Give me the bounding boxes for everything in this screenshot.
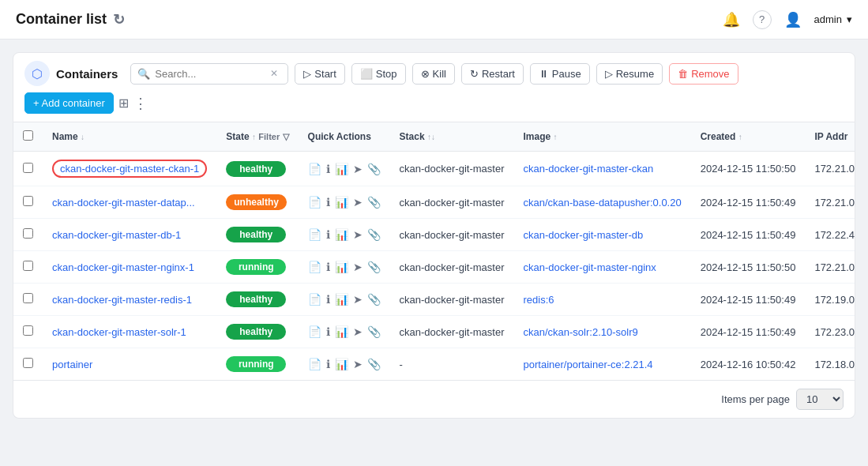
user-menu[interactable]: admin ▾ [814, 13, 852, 25]
items-per-page-select[interactable]: 10 25 50 100 [796, 389, 844, 410]
row-checkbox[interactable] [23, 293, 33, 303]
start-button[interactable]: ▷ Start [295, 63, 344, 85]
inspect-icon[interactable]: ℹ [326, 325, 330, 338]
logs-icon[interactable]: 📄 [308, 358, 321, 370]
help-icon[interactable]: ? [753, 10, 772, 29]
row-checkbox-cell[interactable] [13, 251, 43, 284]
inspect-icon[interactable]: ℹ [326, 293, 330, 306]
filter-icon[interactable]: ▽ [283, 132, 289, 141]
restart-button[interactable]: ↻ Restart [461, 63, 524, 85]
stats-icon[interactable]: 📊 [335, 358, 348, 370]
inspect-icon[interactable]: ℹ [326, 261, 330, 273]
attach-icon[interactable]: 📎 [367, 293, 381, 306]
bell-icon[interactable]: 🔔 [723, 11, 740, 28]
state-column-header[interactable]: State ↑ Filter ▽ [216, 122, 298, 152]
brand-icon: ⬡ [24, 61, 50, 86]
user-icon[interactable]: 👤 [784, 11, 802, 28]
stats-icon[interactable]: 📊 [335, 293, 348, 306]
image-link[interactable]: ckan/ckan-solr:2.10-solr9 [524, 326, 638, 338]
stack-cell: ckan-docker-git-master [390, 152, 514, 186]
stop-button[interactable]: ⬜ Stop [351, 63, 406, 85]
image-link[interactable]: portainer/portainer-ce:2.21.4 [524, 359, 653, 370]
logs-icon[interactable]: 📄 [308, 228, 321, 241]
attach-icon[interactable]: 📎 [367, 325, 381, 338]
stack-column-header[interactable]: Stack ↑↓ [390, 122, 514, 152]
name-column-header[interactable]: Name ↓ [43, 122, 216, 152]
select-all-checkbox[interactable] [23, 130, 33, 141]
add-container-button[interactable]: + Add container [24, 92, 114, 114]
stats-icon[interactable]: 📊 [335, 325, 348, 338]
inspect-icon[interactable]: ℹ [326, 163, 330, 175]
kill-button[interactable]: ⊗ Kill [412, 63, 455, 85]
container-link[interactable]: ckan-docker-git-master-ckan-1 [52, 160, 207, 178]
row-checkbox-cell[interactable] [13, 284, 43, 316]
console-icon[interactable]: ➤ [353, 196, 363, 209]
console-icon[interactable]: ➤ [353, 261, 363, 273]
image-cell: ckan/ckan-base-datapusher:0.0.20 [514, 186, 691, 219]
row-checkbox-cell[interactable] [13, 316, 43, 348]
logs-icon[interactable]: 📄 [308, 325, 321, 338]
inspect-icon[interactable]: ℹ [326, 358, 330, 370]
logs-icon[interactable]: 📄 [308, 293, 321, 306]
image-link[interactable]: ckan-docker-git-master-ckan [524, 163, 654, 175]
container-link[interactable]: ckan-docker-git-master-db-1 [52, 229, 181, 241]
stats-icon[interactable]: 📊 [335, 261, 348, 273]
image-link[interactable]: redis:6 [524, 294, 554, 306]
stats-icon[interactable]: 📊 [335, 228, 348, 241]
created-column-header[interactable]: Created ↑ [691, 122, 806, 152]
row-checkbox-cell[interactable] [13, 348, 43, 381]
logs-icon[interactable]: 📄 [308, 163, 321, 175]
row-checkbox[interactable] [23, 196, 33, 206]
pause-button[interactable]: ⏸ Pause [530, 63, 590, 85]
row-checkbox[interactable] [23, 261, 33, 271]
row-checkbox[interactable] [23, 325, 33, 336]
inspect-icon[interactable]: ℹ [326, 196, 330, 209]
logs-icon[interactable]: 📄 [308, 196, 321, 209]
container-link[interactable]: ckan-docker-git-master-nginx-1 [52, 261, 194, 273]
search-box[interactable]: 🔍 ✕ [130, 63, 288, 85]
grid-view-icon[interactable]: ⊞ [118, 96, 129, 111]
console-icon[interactable]: ➤ [353, 358, 363, 370]
row-checkbox[interactable] [23, 358, 33, 368]
row-checkbox-cell[interactable] [13, 186, 43, 219]
inspect-icon[interactable]: ℹ [326, 228, 330, 241]
state-badge: healthy [226, 324, 286, 340]
image-link[interactable]: ckan/ckan-base-datapusher:0.0.20 [524, 197, 682, 209]
container-link[interactable]: ckan-docker-git-master-solr-1 [52, 326, 186, 338]
image-link[interactable]: ckan-docker-git-master-nginx [524, 261, 656, 273]
ip-cell: 172.21.0. [805, 186, 855, 219]
container-link[interactable]: ckan-docker-git-master-datap... [52, 197, 195, 209]
attach-icon[interactable]: 📎 [367, 228, 381, 241]
remove-button[interactable]: 🗑 Remove [669, 63, 738, 85]
row-checkbox[interactable] [23, 228, 33, 239]
attach-icon[interactable]: 📎 [367, 163, 381, 175]
stats-icon[interactable]: 📊 [335, 163, 348, 175]
quick-actions-group: 📄 ℹ 📊 ➤ 📎 [308, 293, 381, 306]
console-icon[interactable]: ➤ [353, 325, 363, 338]
attach-icon[interactable]: 📎 [367, 358, 381, 370]
stats-icon[interactable]: 📊 [335, 196, 348, 209]
clear-icon[interactable]: ✕ [270, 68, 278, 79]
console-icon[interactable]: ➤ [353, 228, 363, 241]
refresh-icon[interactable]: ↻ [113, 11, 125, 28]
console-icon[interactable]: ➤ [353, 163, 363, 175]
stack-cell: ckan-docker-git-master [390, 186, 514, 219]
pause-icon: ⏸ [539, 68, 549, 80]
search-input[interactable] [155, 68, 265, 80]
row-checkbox-cell[interactable] [13, 219, 43, 251]
container-link[interactable]: ckan-docker-git-master-redis-1 [52, 294, 192, 306]
row-checkbox[interactable] [23, 163, 33, 173]
resume-button[interactable]: ▷ Resume [596, 63, 663, 85]
image-column-header[interactable]: Image ↑ [514, 122, 691, 152]
container-link[interactable]: portainer [52, 359, 92, 370]
row-checkbox-cell[interactable] [13, 152, 43, 186]
image-link[interactable]: ckan-docker-git-master-db [524, 229, 644, 241]
more-options-icon[interactable]: ⋮ [133, 95, 148, 112]
state-cell: unhealthy [216, 186, 298, 219]
console-icon[interactable]: ➤ [353, 293, 363, 306]
stack-cell: ckan-docker-git-master [390, 219, 514, 251]
attach-icon[interactable]: 📎 [367, 196, 381, 209]
attach-icon[interactable]: 📎 [367, 261, 381, 273]
logs-icon[interactable]: 📄 [308, 261, 321, 273]
select-all-header[interactable] [13, 122, 43, 152]
